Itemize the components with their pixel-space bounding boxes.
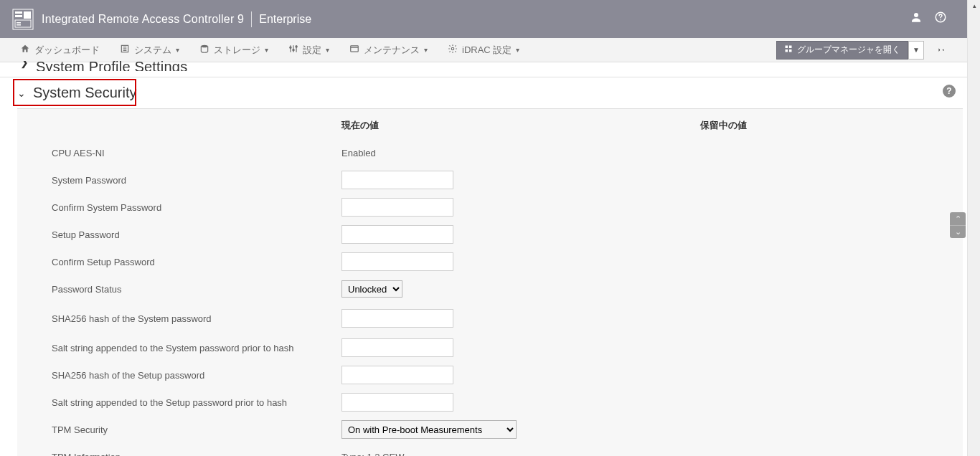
- svg-rect-5: [17, 22, 21, 24]
- label-sha256-setup: SHA256 hash of the Setup password: [17, 370, 341, 381]
- label-confirm-system-password: Confirm System Password: [17, 202, 341, 213]
- nav-dashboard[interactable]: ダッシュボード: [10, 38, 110, 62]
- label-tpm-information: TPM Information: [17, 452, 341, 457]
- svg-rect-26: [786, 49, 788, 52]
- prev-section-header[interactable]: ❯ System Profile Settings: [0, 61, 980, 71]
- section-help-icon[interactable]: ?: [943, 85, 956, 98]
- row-sha256-setup: SHA256 hash of the Setup password: [17, 361, 963, 389]
- user-icon[interactable]: [910, 11, 923, 27]
- header-divider: [251, 11, 252, 27]
- nav-system[interactable]: システム ▾: [110, 38, 189, 62]
- section-header-system-security[interactable]: ⌄ System Security ?: [0, 77, 980, 108]
- svg-point-9: [940, 19, 941, 21]
- row-tpm-information: TPM Information Type: 1.2 CEW: [17, 443, 963, 456]
- svg-rect-6: [17, 24, 21, 26]
- nav-maintenance[interactable]: メンテナンス ▾: [339, 38, 438, 62]
- input-confirm-system-password[interactable]: [341, 198, 453, 217]
- label-sha256-system: SHA256 hash of the System password: [17, 313, 341, 324]
- row-sha256-system: SHA256 hash of the System password: [17, 303, 963, 334]
- row-tpm-security: TPM Security On with Pre-boot Measuremen…: [17, 416, 963, 443]
- svg-point-7: [914, 13, 918, 17]
- floating-nav-arrows: ⌃ ⌄: [950, 212, 966, 238]
- maintenance-icon: [349, 44, 359, 56]
- col-pending-value: 保留中の値: [700, 119, 963, 132]
- label-cpu-aes-ni: CPU AES-NI: [17, 148, 341, 158]
- nav-idrac-label: iDRAC 設定: [462, 44, 512, 57]
- label-confirm-setup-password: Confirm Setup Password: [17, 257, 341, 267]
- svg-point-20: [296, 46, 297, 47]
- chevron-down-icon: ▾: [176, 46, 179, 54]
- app-header: Integrated Remote Access Controller 9 En…: [0, 0, 980, 38]
- input-sha256-setup[interactable]: [341, 366, 453, 384]
- window-scrollbar[interactable]: ▴: [967, 0, 980, 456]
- floating-arrow-up[interactable]: ⌃: [950, 212, 966, 225]
- home-icon: [20, 44, 30, 56]
- system-icon: [120, 44, 130, 56]
- svg-rect-21: [351, 46, 359, 52]
- chevron-down-icon: ▾: [424, 46, 428, 54]
- label-salt-system: Salt string appended to the System passw…: [17, 343, 341, 353]
- nav-storage[interactable]: ストレージ ▾: [189, 38, 278, 62]
- nav-storage-label: ストレージ: [214, 44, 260, 57]
- chevron-right-icon: ❯: [20, 61, 29, 68]
- nav-system-label: システム: [134, 44, 171, 57]
- storage-icon: [199, 44, 209, 56]
- input-confirm-setup-password[interactable]: [341, 252, 453, 271]
- chevron-down-icon: ⌄: [17, 87, 26, 99]
- input-salt-system[interactable]: [341, 338, 453, 357]
- input-salt-setup[interactable]: [341, 393, 453, 412]
- select-tpm-security[interactable]: On with Pre-boot Measurements: [341, 420, 517, 439]
- svg-rect-24: [786, 46, 788, 49]
- prev-section-title: System Profile Settings: [36, 61, 187, 71]
- row-salt-setup: Salt string appended to the Setup passwo…: [17, 389, 963, 416]
- nav-idrac-settings[interactable]: iDRAC 設定 ▾: [438, 38, 529, 62]
- nav-configuration-label: 設定: [303, 44, 321, 57]
- svg-point-18: [290, 47, 291, 48]
- input-setup-password[interactable]: [341, 225, 453, 244]
- value-tpm-information: Type: 1.2 CEW: [341, 452, 404, 457]
- row-confirm-system-password: Confirm System Password: [17, 194, 963, 221]
- svg-rect-27: [789, 49, 792, 52]
- group-icon: [784, 44, 793, 55]
- svg-rect-2: [15, 15, 22, 17]
- help-header-icon[interactable]: [934, 11, 947, 27]
- columns-header: 現在の値 保留中の値: [17, 109, 963, 139]
- svg-rect-25: [789, 46, 792, 49]
- row-system-password: System Password: [17, 166, 963, 194]
- pin-icon[interactable]: [936, 44, 946, 57]
- nav-maintenance-label: メンテナンス: [364, 44, 420, 57]
- col-current-value: 現在の値: [341, 119, 700, 132]
- app-edition: Enterprise: [259, 13, 311, 26]
- row-salt-system: Salt string appended to the System passw…: [17, 334, 963, 361]
- app-title: Integrated Remote Access Controller 9: [42, 13, 244, 26]
- nav-dashboard-label: ダッシュボード: [34, 44, 100, 57]
- group-manager-label: グループマネージャを開く: [797, 44, 900, 56]
- svg-rect-3: [24, 11, 31, 19]
- value-cpu-aes-ni: Enabled: [341, 148, 376, 158]
- svg-point-23: [451, 47, 454, 50]
- gear-icon: [448, 44, 458, 56]
- group-manager-dropdown[interactable]: ▼: [908, 41, 924, 60]
- svg-point-19: [293, 49, 294, 51]
- section-title: System Security: [33, 85, 136, 101]
- sliders-icon: [288, 44, 298, 56]
- input-sha256-system[interactable]: [341, 309, 453, 328]
- scroll-arrow-up-icon[interactable]: ▴: [968, 0, 980, 11]
- main-nav: ダッシュボード システム ▾ ストレージ ▾ 設定 ▾ メンテナンス ▾ iDR…: [0, 38, 980, 62]
- row-setup-password: Setup Password: [17, 221, 963, 248]
- label-setup-password: Setup Password: [17, 229, 341, 240]
- floating-arrow-down[interactable]: ⌄: [950, 225, 966, 238]
- row-confirm-setup-password: Confirm Setup Password: [17, 248, 963, 275]
- chevron-down-icon: ▾: [516, 46, 519, 54]
- section-content: 現在の値 保留中の値 CPU AES-NI Enabled System Pas…: [17, 108, 963, 456]
- app-logo-icon: [11, 8, 34, 31]
- nav-configuration[interactable]: 設定 ▾: [278, 38, 339, 62]
- chevron-down-icon: ▾: [326, 46, 329, 54]
- svg-point-14: [201, 45, 207, 48]
- label-password-status: Password Status: [17, 284, 341, 295]
- input-system-password[interactable]: [341, 171, 453, 189]
- select-password-status[interactable]: Unlocked: [341, 280, 402, 298]
- row-cpu-aes-ni: CPU AES-NI Enabled: [17, 139, 963, 166]
- label-tpm-security: TPM Security: [17, 424, 341, 435]
- group-manager-open-button[interactable]: グループマネージャを開く: [776, 41, 908, 60]
